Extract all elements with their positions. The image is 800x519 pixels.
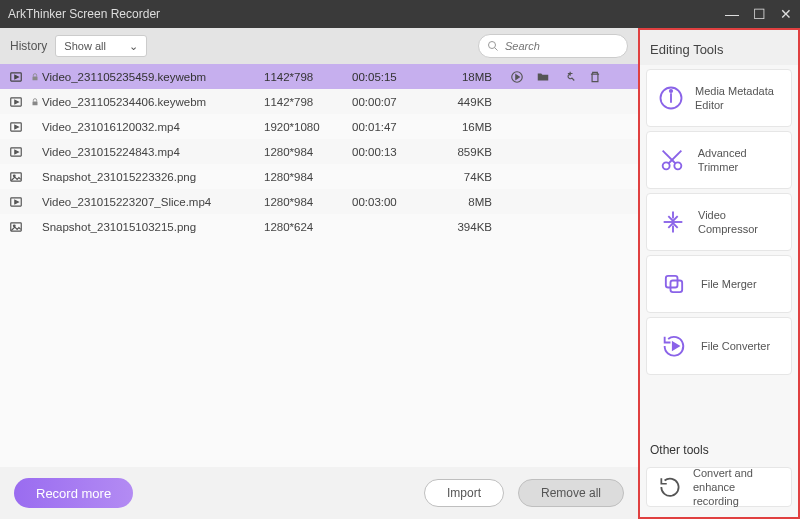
tool-label: File Converter (701, 339, 770, 353)
file-size: 859KB (436, 146, 510, 158)
history-label: History (10, 39, 47, 53)
file-row[interactable]: Snapshot_231015103215.png1280*624394KB (0, 214, 638, 239)
video-icon (4, 145, 28, 159)
svg-marker-6 (516, 74, 520, 79)
play-button[interactable] (510, 70, 524, 84)
import-button[interactable]: Import (424, 479, 504, 507)
file-duration: 00:05:15 (352, 71, 436, 83)
svg-marker-8 (15, 100, 18, 104)
file-row[interactable]: Video_231105235459.keywebm1142*79800:05:… (0, 64, 638, 89)
other-tools-title: Other tools (640, 433, 798, 463)
title-bar: ArkThinker Screen Recorder — ☐ ✕ (0, 0, 800, 28)
window-controls: — ☐ ✕ (725, 6, 792, 22)
filter-selected: Show all (64, 40, 106, 52)
tool-card[interactable]: File Converter (646, 317, 792, 375)
svg-marker-13 (15, 125, 18, 129)
tool-icon (657, 267, 691, 301)
tool-label: Advanced Trimmer (698, 146, 781, 175)
video-icon (4, 70, 28, 84)
tools-button[interactable] (562, 70, 576, 84)
tool-icon (657, 329, 691, 363)
file-name: Snapshot_231015103215.png (42, 221, 264, 233)
tool-card[interactable]: Media Metadata Editor (646, 69, 792, 127)
file-duration: 00:00:07 (352, 96, 436, 108)
tool-icon (657, 143, 688, 177)
file-resolution: 1280*624 (264, 221, 352, 233)
open-folder-button[interactable] (536, 70, 550, 84)
tool-card[interactable]: Video Compressor (646, 193, 792, 251)
remove-all-button[interactable]: Remove all (518, 479, 624, 507)
search-input[interactable] (505, 40, 619, 52)
svg-line-38 (663, 151, 676, 164)
file-row[interactable]: Snapshot_231015223326.png1280*98474KB (0, 164, 638, 189)
tool-card[interactable]: File Merger (646, 255, 792, 313)
file-resolution: 1280*984 (264, 171, 352, 183)
video-icon (4, 195, 28, 209)
editing-tools-panel: Editing Tools Media Metadata EditorAdvan… (638, 28, 800, 519)
svg-marker-17 (15, 150, 18, 154)
tool-label: Video Compressor (698, 208, 781, 237)
search-box[interactable] (478, 34, 628, 58)
file-name: Video_231105234406.keywebm (42, 96, 264, 108)
image-icon (4, 170, 28, 184)
file-size: 16MB (436, 121, 510, 133)
file-size: 8MB (436, 196, 510, 208)
file-size: 449KB (436, 96, 510, 108)
close-icon[interactable]: ✕ (780, 6, 792, 22)
svg-rect-9 (33, 101, 38, 105)
file-size: 394KB (436, 221, 510, 233)
svg-marker-44 (673, 343, 679, 350)
svg-point-34 (670, 90, 672, 92)
file-name: Video_231015224843.mp4 (42, 146, 264, 158)
svg-point-0 (489, 42, 496, 49)
file-duration: 00:01:47 (352, 121, 436, 133)
minimize-icon[interactable]: — (725, 6, 739, 22)
file-size: 74KB (436, 171, 510, 183)
file-row[interactable]: Video_231015224843.mp41280*98400:00:1385… (0, 139, 638, 164)
maximize-icon[interactable]: ☐ (753, 6, 766, 22)
file-size: 18MB (436, 71, 510, 83)
file-name: Video_231015223207_Slice.mp4 (42, 196, 264, 208)
svg-marker-25 (15, 200, 18, 204)
chevron-down-icon: ⌄ (129, 40, 138, 53)
other-tool-card[interactable]: Convert and enhance recording (646, 467, 792, 507)
svg-line-1 (495, 48, 498, 51)
file-duration: 00:00:13 (352, 146, 436, 158)
file-resolution: 1142*798 (264, 71, 352, 83)
bottom-bar: Record more Import Remove all (0, 467, 638, 519)
file-name: Snapshot_231015223326.png (42, 171, 264, 183)
delete-button[interactable] (588, 70, 602, 84)
video-icon (4, 95, 28, 109)
file-row[interactable]: Video_231105234406.keywebm1142*79800:00:… (0, 89, 638, 114)
file-duration: 00:03:00 (352, 196, 436, 208)
svg-rect-4 (33, 76, 38, 80)
file-resolution: 1920*1080 (264, 121, 352, 133)
tool-icon (657, 470, 683, 504)
file-resolution: 1280*984 (264, 196, 352, 208)
record-more-button[interactable]: Record more (14, 478, 133, 508)
tool-label: Convert and enhance recording (693, 466, 781, 509)
tool-label: Media Metadata Editor (695, 84, 781, 113)
image-icon (4, 220, 28, 234)
tool-label: File Merger (701, 277, 757, 291)
file-resolution: 1280*984 (264, 146, 352, 158)
file-row[interactable]: Video_231015223207_Slice.mp41280*98400:0… (0, 189, 638, 214)
search-icon (487, 40, 499, 52)
svg-line-37 (669, 151, 682, 164)
lock-icon (28, 72, 42, 82)
history-toolbar: History Show all ⌄ (0, 28, 638, 64)
filter-dropdown[interactable]: Show all ⌄ (55, 35, 147, 57)
tool-icon (657, 205, 688, 239)
tool-icon (657, 81, 685, 115)
svg-marker-3 (15, 75, 18, 79)
tool-card[interactable]: Advanced Trimmer (646, 131, 792, 189)
file-name: Video_231105235459.keywebm (42, 71, 264, 83)
app-title: ArkThinker Screen Recorder (8, 7, 725, 21)
file-row[interactable]: Video_231016120032.mp41920*108000:01:471… (0, 114, 638, 139)
file-list: Video_231105235459.keywebm1142*79800:05:… (0, 64, 638, 467)
editing-tools-title: Editing Tools (640, 30, 798, 65)
file-name: Video_231016120032.mp4 (42, 121, 264, 133)
file-resolution: 1142*798 (264, 96, 352, 108)
video-icon (4, 120, 28, 134)
lock-icon (28, 97, 42, 107)
